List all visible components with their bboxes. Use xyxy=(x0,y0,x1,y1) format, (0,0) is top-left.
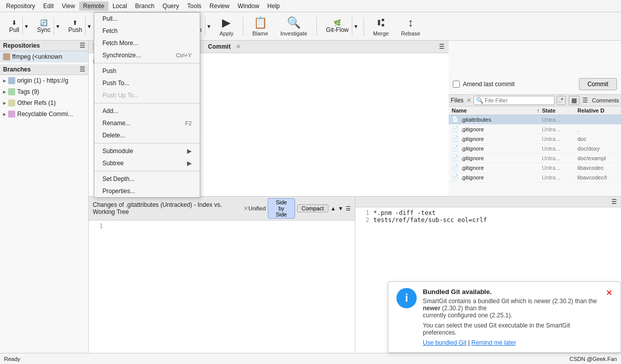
sync-button[interactable]: 🔄 Sync ▾ xyxy=(32,17,61,35)
branches-title: Branches xyxy=(3,66,31,73)
pull-dropdown[interactable]: ▾ xyxy=(22,17,30,35)
compact-button[interactable]: Compact xyxy=(297,204,328,212)
notification-links: Use bundled Git | Remind me later xyxy=(423,339,600,346)
pull-button[interactable]: ⬇ Pull ▾ xyxy=(4,17,30,35)
files-title: Files xyxy=(451,97,463,104)
tags-arrow: ▸ xyxy=(3,88,6,95)
menu-set-depth[interactable]: Set Depth... xyxy=(94,173,200,185)
blame-button[interactable]: 📋 Blame xyxy=(247,14,273,39)
menu-push-to[interactable]: Push To... xyxy=(94,77,200,89)
git-flow-button[interactable]: 🌿 Git-Flow ▾ xyxy=(321,17,359,35)
file-row-3[interactable]: 📄 .gitignore Untra... doc/doxy xyxy=(449,144,621,154)
repositories-menu[interactable]: ☰ xyxy=(80,42,85,49)
file-row-4[interactable]: 📄 .gitignore Untra... doc/exampl xyxy=(449,154,621,163)
file-row-0[interactable]: 📄 .gitattributes Untra... . xyxy=(449,115,621,125)
save-stash-dropdown[interactable]: ▾ xyxy=(205,17,212,35)
rebase-icon: ↕ xyxy=(408,16,413,29)
diff-menu[interactable]: ☰ xyxy=(346,205,351,212)
menu-pull[interactable]: Pull... xyxy=(94,13,200,25)
recyclable-icon xyxy=(8,111,15,118)
menu-fetch-more[interactable]: Fetch More... xyxy=(94,37,200,49)
files-regex-toggle[interactable]: .* xyxy=(557,96,566,105)
file-row-2[interactable]: 📄 .gitignore Untra... doc xyxy=(449,134,621,144)
menu-view[interactable]: View xyxy=(58,2,79,11)
diff-left-header: Changes of .gitattributes (Untracked) - … xyxy=(89,197,355,221)
branches-header: Branches ☰ xyxy=(0,64,88,75)
branch-group-tags-header[interactable]: ▸ Tags (9) xyxy=(0,87,88,96)
amend-checkbox[interactable] xyxy=(453,81,460,88)
menu-push[interactable]: Push xyxy=(94,65,200,77)
branch-group-origin-header[interactable]: ▸ origin (1) - https://g xyxy=(0,76,88,85)
commit-close[interactable]: ✕ xyxy=(236,43,241,50)
files-tree-toggle[interactable]: ▦ xyxy=(569,96,579,105)
menu-tools[interactable]: Tools xyxy=(183,2,205,11)
up-arrow[interactable]: ▲ xyxy=(331,205,336,211)
col-rel-header: Relative D xyxy=(577,107,618,114)
rebase-button[interactable]: ↕ Rebase xyxy=(396,14,425,39)
menu-subtree[interactable]: Subtree ▶ xyxy=(94,157,200,169)
menu-help[interactable]: Help xyxy=(263,2,284,11)
menu-synchronize[interactable]: Synchronize... Ctrl+Y xyxy=(94,49,200,61)
branch-group-other: ▸ Other Refs (1) xyxy=(0,97,88,108)
down-arrow[interactable]: ▼ xyxy=(338,205,344,211)
menu-sep-1 xyxy=(94,63,200,63)
blame-icon: 📋 xyxy=(253,16,267,29)
commit-button[interactable]: Commit xyxy=(579,78,617,90)
files-filter-input[interactable] xyxy=(485,97,525,103)
tags-icon xyxy=(8,88,15,95)
file-row-6[interactable]: 📄 .gitignore Untra... libavcodec/t xyxy=(449,173,621,183)
notification-text: SmartGit contains a bundled Git which is… xyxy=(423,298,600,319)
menu-delete[interactable]: Delete... xyxy=(94,129,200,141)
branch-group-recyclable-header[interactable]: ▸ Recyclable Commi... xyxy=(0,110,88,119)
menu-repository[interactable]: Repository xyxy=(2,2,39,11)
branch-group-other-header[interactable]: ▸ Other Refs (1) xyxy=(0,98,88,107)
pull-icon: ⬇ xyxy=(12,19,17,26)
notification-close[interactable]: ✕ xyxy=(606,288,612,298)
menu-properties[interactable]: Properties... xyxy=(94,185,200,197)
branches-menu[interactable]: ☰ xyxy=(80,66,85,73)
origin-icon xyxy=(8,77,15,84)
file-icon-6: 📄 xyxy=(452,174,459,181)
sync-dropdown[interactable]: ▾ xyxy=(54,17,61,35)
menu-rename[interactable]: Rename... F2 xyxy=(94,117,200,129)
sort-arrow[interactable]: ↑ xyxy=(537,107,542,114)
push-dropdown[interactable]: ▾ xyxy=(85,17,93,35)
branch-group-origin: ▸ origin (1) - https://g xyxy=(0,75,88,86)
left-panel: Repositories ☰ ffmpeg (<unknown Branches… xyxy=(0,41,89,353)
menu-branch[interactable]: Branch xyxy=(131,2,159,11)
file-row-5[interactable]: 📄 .gitignore Untra... libavcodec xyxy=(449,163,621,173)
menu-edit[interactable]: Edit xyxy=(39,2,58,11)
menu-fetch[interactable]: Fetch xyxy=(94,25,200,37)
menu-submodule[interactable]: Submodule ▶ xyxy=(94,145,200,157)
apply-button[interactable]: ▶ Apply xyxy=(214,14,239,39)
merge-button[interactable]: ⑆ Merge xyxy=(368,14,394,39)
diff-right-menu[interactable]: ☰ xyxy=(611,198,617,205)
branches-section: ▸ origin (1) - https://g ▸ Tags (9) ▸ xyxy=(0,75,88,353)
side-by-side-button[interactable]: Side by Side xyxy=(268,198,295,219)
git-flow-dropdown[interactable]: ▾ xyxy=(352,17,359,35)
repo-item[interactable]: ffmpeg (<unknown xyxy=(0,51,88,62)
file-row-1[interactable]: 📄 .gitignore Untra... . xyxy=(449,125,621,134)
files-close[interactable]: ✕ xyxy=(466,97,471,104)
menu-add[interactable]: Add... xyxy=(94,105,200,117)
menu-window[interactable]: Window xyxy=(234,2,264,11)
use-bundled-git-link[interactable]: Use bundled Git xyxy=(423,339,466,346)
diff-title: Changes of .gitattributes (Untracked) - … xyxy=(93,201,248,215)
col-name-header: Name xyxy=(452,107,537,114)
other-refs-label: Other Refs (1) xyxy=(17,99,56,106)
remind-later-link[interactable]: Remind me later xyxy=(471,339,516,346)
comments-tab[interactable]: Comments xyxy=(592,97,619,103)
investigate-button[interactable]: 🔍 Investigate xyxy=(275,14,312,39)
commit-list-menu[interactable]: ☰ xyxy=(439,43,445,50)
menu-local[interactable]: Local xyxy=(108,2,131,11)
diff-left-content: 1 xyxy=(89,221,355,353)
files-menu[interactable]: ☰ xyxy=(582,97,588,104)
right-panel: Amend last commit Commit Files ✕ 🔍 xyxy=(449,41,621,196)
diff-right-header: ☰ xyxy=(355,197,622,207)
push-button[interactable]: ⬆ Push ▾ xyxy=(63,17,93,35)
menu-review[interactable]: Review xyxy=(205,2,233,11)
menu-query[interactable]: Query xyxy=(159,2,184,11)
sep4 xyxy=(363,17,364,35)
diff-close[interactable]: ✕ xyxy=(243,205,248,212)
menu-remote[interactable]: Remote xyxy=(79,2,108,11)
